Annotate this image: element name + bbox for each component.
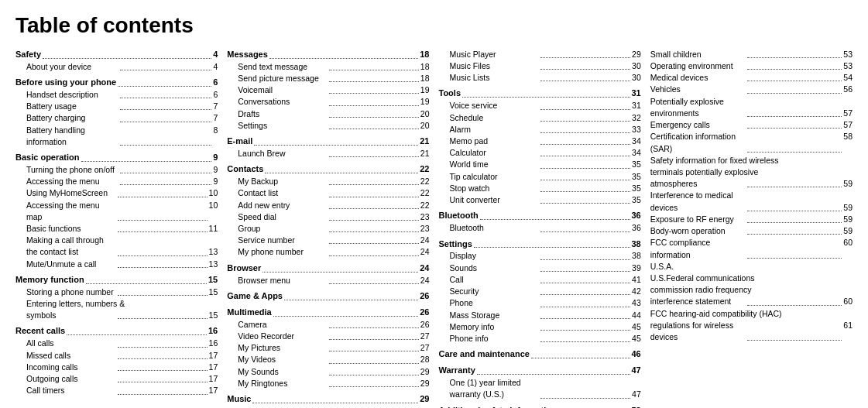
dots — [118, 350, 208, 359]
section-page: 46 — [632, 348, 641, 361]
entry-label: One (1) year limited — [450, 377, 641, 389]
dots — [118, 362, 208, 371]
section-title-label: Messages — [227, 49, 268, 61]
entry-label: Mass Storage — [450, 310, 540, 321]
entry-label: My phone number — [238, 246, 328, 258]
entry-label: Group — [238, 223, 328, 235]
entry-label: FCC compliance information — [650, 237, 746, 260]
entry-page: 9 — [213, 164, 218, 176]
list-item: My Backup22 — [227, 176, 429, 187]
dots — [118, 310, 208, 319]
entry-page: 13 — [209, 259, 218, 270]
dots — [120, 125, 212, 146]
list-item: Accessing the menu map10 — [15, 200, 218, 223]
entry-label: All calls — [26, 338, 116, 349]
dots — [120, 164, 212, 173]
section-page: 18 — [420, 49, 429, 61]
dots — [540, 171, 630, 180]
list-item: Call41 — [439, 274, 641, 286]
entry-page: 35 — [632, 194, 641, 206]
section-header: Settings 38 — [439, 238, 641, 251]
list-item: Small children53 — [650, 49, 853, 60]
dots — [540, 147, 630, 156]
entry-page: 44 — [632, 310, 641, 321]
entry-label: Safety information for fixed wireless — [650, 155, 853, 166]
list-item: Outgoing calls17 — [15, 373, 218, 385]
dots — [118, 223, 208, 232]
list-item: Certification information (SAR)58 — [650, 131, 853, 154]
dots — [43, 49, 211, 59]
dots — [254, 135, 418, 146]
column-1: Safety 4About your device4Before using y… — [15, 49, 227, 408]
entry-label: Interference to medical — [650, 190, 853, 201]
entry-page: 45 — [632, 333, 641, 345]
dots — [252, 393, 418, 403]
entry-page: 57 — [843, 108, 853, 119]
entry-page: 35 — [632, 159, 641, 170]
entry-label: My Pictures — [238, 342, 328, 354]
list-item: Battery handling information8 — [15, 125, 218, 148]
entry-label: Outgoing calls — [26, 373, 116, 385]
list-item: Using MyHomeScreen10 — [15, 187, 218, 199]
entry-label: atmospheres — [650, 178, 746, 190]
dots — [118, 187, 208, 197]
entry-page: 11 — [209, 223, 218, 235]
entry-label: Battery handling information — [26, 125, 118, 148]
entry-page: 20 — [420, 108, 430, 120]
section-header: Game & Apps26 — [227, 290, 429, 303]
entry-page: 29 — [632, 49, 641, 60]
dots — [284, 290, 418, 300]
entry-label: Phone info — [450, 333, 540, 345]
dots — [118, 338, 208, 347]
entry-label: Mute/Unmute a call — [26, 259, 116, 270]
dots — [329, 120, 419, 129]
dots — [540, 262, 630, 272]
dots — [120, 112, 212, 122]
list-item: Launch Brew21 — [227, 148, 429, 159]
entry-label: Accessing the menu map — [26, 200, 116, 223]
list-item: Music Files30 — [439, 60, 641, 72]
dots — [540, 286, 630, 295]
columns-wrapper: Safety 4About your device4Before using y… — [15, 49, 853, 408]
section-title-label: Bluetooth — [439, 210, 479, 222]
dots — [747, 320, 842, 341]
list-item: Battery usage7 — [15, 101, 218, 112]
entry-page: 19 — [420, 84, 430, 96]
list-item: All calls16 — [15, 338, 218, 349]
dots — [118, 286, 208, 296]
list-item: Display38 — [439, 250, 641, 262]
entry-label: Voice service — [450, 100, 540, 111]
dots — [540, 135, 630, 145]
entry-page: 30 — [632, 60, 641, 72]
section-header: E-mail21 — [227, 135, 429, 148]
dots — [540, 183, 630, 192]
entry-page: 4 — [213, 61, 218, 73]
entry-page: 59 — [843, 225, 853, 237]
section-page: 22 — [420, 163, 429, 176]
entry-page: 13 — [209, 246, 218, 258]
list-item: Mass Storage44 — [439, 310, 641, 321]
section-header: Tools 31 — [439, 87, 641, 100]
list-item: warranty (U.S.)47 — [439, 389, 641, 400]
list-item: Settings20 — [227, 120, 429, 132]
entry-page: 19 — [420, 96, 430, 108]
dots — [329, 61, 419, 70]
entry-page: 10 — [209, 200, 218, 223]
list-item: Security42 — [439, 286, 641, 297]
section-title-label: Care and maintenance — [439, 348, 530, 361]
list-item: atmospheres59 — [650, 178, 853, 190]
dots — [86, 274, 207, 284]
entry-label: regulations for wireless devices — [650, 320, 746, 343]
entry-label: Music Lists — [450, 72, 540, 84]
dots — [118, 77, 211, 87]
dots — [329, 319, 419, 328]
entry-label: Video Recorder — [238, 331, 328, 342]
section-header: Multimedia26 — [227, 307, 429, 319]
entry-page: 33 — [632, 124, 641, 135]
entry-label: Call timers — [26, 385, 116, 396]
section-title-label: Multimedia — [227, 307, 271, 319]
entry-page: 15 — [209, 286, 218, 298]
section-header: Basic operation 9 — [15, 152, 218, 164]
list-item: Memory info45 — [439, 321, 641, 333]
entry-label: Send text message — [238, 61, 328, 73]
